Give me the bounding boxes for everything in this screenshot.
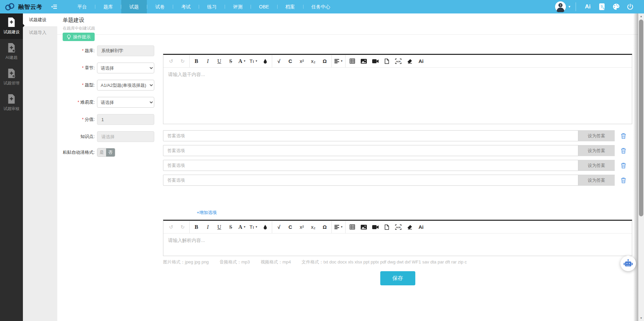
highlight-color-button[interactable] bbox=[259, 56, 271, 66]
navbar-divider bbox=[576, 2, 576, 11]
font-color-button[interactable]: A▼ bbox=[236, 222, 248, 232]
question-type-select[interactable]: A1/A2型题(单项选择题) bbox=[97, 80, 154, 91]
image-button[interactable] bbox=[358, 56, 369, 66]
clear-format-button[interactable]: C bbox=[285, 222, 296, 232]
set-as-answer-button[interactable]: 设为答案 bbox=[578, 160, 615, 171]
subscript-button[interactable]: x₂ bbox=[308, 56, 319, 66]
strikethrough-button[interactable]: S bbox=[225, 56, 236, 66]
redo-button[interactable]: ↻ bbox=[177, 222, 188, 232]
doc-plus-check-icon bbox=[7, 68, 16, 78]
menu-item-papers[interactable]: 试卷 bbox=[147, 0, 173, 13]
align-button[interactable]: ▼ bbox=[333, 222, 344, 232]
toggle-no[interactable]: 否 bbox=[106, 148, 115, 156]
undo-button[interactable]: ↺ bbox=[165, 56, 177, 66]
menu-item-question-bank[interactable]: 题库 bbox=[95, 0, 121, 13]
image-button[interactable] bbox=[358, 222, 369, 232]
scrollbar-thumb[interactable] bbox=[639, 20, 643, 216]
underline-button[interactable]: U bbox=[214, 222, 225, 232]
sidebar-item-question-build[interactable]: 试题建设 bbox=[0, 13, 23, 39]
set-as-answer-button[interactable]: 设为答案 bbox=[578, 130, 615, 141]
ai-assistant-button[interactable]: Ai bbox=[581, 0, 595, 13]
menu-item-platform[interactable]: 平台 bbox=[69, 0, 95, 13]
knowledge-input[interactable] bbox=[97, 131, 154, 142]
clear-format-button[interactable]: C bbox=[285, 56, 296, 66]
superscript-button[interactable]: x² bbox=[296, 222, 308, 232]
bold-button[interactable]: B bbox=[191, 222, 202, 232]
highlight-color-button[interactable] bbox=[259, 222, 271, 232]
video-button[interactable] bbox=[369, 56, 381, 66]
theme-palette-icon[interactable] bbox=[609, 0, 623, 13]
brand[interactable]: 融智云考 bbox=[0, 2, 42, 11]
underline-button[interactable]: U bbox=[214, 56, 225, 66]
answer-option-input[interactable] bbox=[163, 145, 578, 156]
superscript-button[interactable]: x² bbox=[296, 56, 308, 66]
sidebar-item-ai-build[interactable]: AI建题 bbox=[0, 39, 23, 65]
ai-tool-button[interactable]: Ai bbox=[415, 56, 427, 66]
formula-button[interactable]: √ bbox=[273, 222, 285, 232]
table-button[interactable] bbox=[347, 56, 358, 66]
difficulty-select[interactable]: 请选择 bbox=[97, 97, 154, 108]
delete-option-button[interactable] bbox=[615, 175, 632, 186]
answer-option-input[interactable] bbox=[163, 130, 578, 141]
redo-button[interactable]: ↻ bbox=[177, 56, 188, 66]
menu-item-obe[interactable]: OBE bbox=[251, 0, 277, 13]
menu-item-exams[interactable]: 考试 bbox=[173, 0, 199, 13]
answer-option-input[interactable] bbox=[163, 175, 578, 186]
delete-option-button[interactable] bbox=[615, 145, 632, 156]
user-avatar[interactable]: ? bbox=[555, 1, 566, 12]
delete-option-button[interactable] bbox=[615, 160, 632, 171]
ocr-button[interactable]: OCR bbox=[392, 222, 404, 232]
subscript-button[interactable]: x₂ bbox=[308, 222, 319, 232]
subnav-item-question-import[interactable]: 试题导入 bbox=[23, 26, 57, 39]
align-button[interactable]: ▼ bbox=[333, 56, 344, 66]
answer-option-input[interactable] bbox=[163, 160, 578, 171]
logout-power-icon[interactable] bbox=[623, 0, 637, 13]
font-size-button[interactable]: Tı▼ bbox=[248, 56, 259, 66]
font-size-button[interactable]: Tı▼ bbox=[248, 222, 259, 232]
eraser-button[interactable] bbox=[404, 222, 415, 232]
score-input[interactable] bbox=[97, 114, 154, 125]
subnav-item-question-build[interactable]: 试题建设 bbox=[23, 13, 57, 26]
formula-button[interactable]: √ bbox=[273, 56, 285, 66]
help-feedback-icon[interactable]: ? bbox=[595, 0, 609, 13]
delete-option-button[interactable] bbox=[615, 130, 632, 141]
operation-tips-button[interactable]: 操作提示 bbox=[63, 33, 95, 41]
scrollbar-up-arrow[interactable]: ▲ bbox=[638, 13, 644, 19]
add-option-link[interactable]: +增加选项 bbox=[197, 210, 217, 216]
menu-item-task-center[interactable]: 任务中心 bbox=[303, 0, 339, 13]
analysis-editor-area[interactable]: 请输入解析内容... bbox=[163, 234, 632, 256]
menu-item-evaluation[interactable]: 评测 bbox=[225, 0, 251, 13]
toggle-yes[interactable]: 是 bbox=[97, 148, 106, 156]
bold-button[interactable]: B bbox=[191, 56, 202, 66]
undo-button[interactable]: ↺ bbox=[165, 222, 177, 232]
paste-clean-toggle[interactable]: 是 否 bbox=[97, 148, 115, 157]
italic-button[interactable]: I bbox=[202, 56, 214, 66]
avatar-dropdown-caret-icon[interactable]: ▼ bbox=[568, 5, 571, 8]
chapter-select[interactable]: 请选择 bbox=[97, 63, 154, 73]
stem-editor-area[interactable]: 请输入题干内容... bbox=[163, 68, 632, 124]
special-char-button[interactable]: Ω bbox=[319, 56, 330, 66]
menu-item-archives[interactable]: 档案 bbox=[278, 0, 303, 13]
ai-tool-button[interactable]: Ai bbox=[415, 222, 427, 232]
ai-robot-fab[interactable] bbox=[620, 256, 636, 271]
set-as-answer-button[interactable]: 设为答案 bbox=[578, 175, 615, 186]
save-button[interactable]: 保存 bbox=[380, 271, 415, 285]
italic-button[interactable]: I bbox=[202, 222, 214, 232]
sidebar-item-question-manage[interactable]: 试题管理 bbox=[0, 65, 23, 90]
set-as-answer-button[interactable]: 设为答案 bbox=[578, 145, 615, 156]
scrollbar-down-arrow[interactable]: ▼ bbox=[638, 315, 644, 321]
video-button[interactable] bbox=[369, 222, 381, 232]
menu-item-practice[interactable]: 练习 bbox=[199, 0, 225, 13]
bank-input[interactable] bbox=[97, 45, 154, 56]
file-button[interactable] bbox=[381, 56, 392, 66]
collapse-menu-icon[interactable] bbox=[51, 4, 57, 9]
ocr-button[interactable]: OCR bbox=[392, 56, 404, 66]
special-char-button[interactable]: Ω bbox=[319, 222, 330, 232]
sidebar-item-question-review[interactable]: 试题审核 bbox=[0, 90, 23, 116]
file-button[interactable] bbox=[381, 222, 392, 232]
table-button[interactable] bbox=[347, 222, 358, 232]
font-color-button[interactable]: A▼ bbox=[236, 56, 248, 66]
menu-item-questions[interactable]: 试题 bbox=[121, 0, 147, 13]
strikethrough-button[interactable]: S bbox=[225, 222, 236, 232]
eraser-button[interactable] bbox=[404, 56, 415, 66]
